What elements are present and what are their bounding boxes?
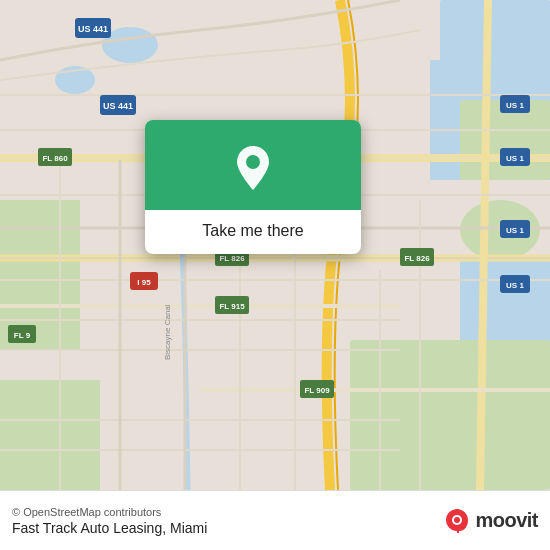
place-name-text: Fast Track Auto Leasing, Miami [12,520,443,536]
moovit-brand-text: moovit [475,509,538,532]
svg-text:US 1: US 1 [506,226,524,235]
attribution-text: © OpenStreetMap contributors [12,506,443,518]
svg-text:US 1: US 1 [506,101,524,110]
svg-point-67 [454,517,460,523]
take-me-there-button[interactable]: Take me there [186,210,319,254]
svg-text:FL 9: FL 9 [14,331,31,340]
svg-text:I 95: I 95 [137,278,151,287]
svg-point-65 [246,155,260,169]
svg-rect-10 [0,380,100,490]
location-pin-icon [227,142,279,194]
svg-text:US 441: US 441 [78,24,108,34]
svg-text:US 1: US 1 [506,281,524,290]
moovit-pin-icon [443,507,471,535]
svg-text:FL 909: FL 909 [304,386,330,395]
svg-text:FL 915: FL 915 [219,302,245,311]
place-info: © OpenStreetMap contributors Fast Track … [12,506,443,536]
svg-text:US 1: US 1 [506,154,524,163]
svg-text:Biscayne Canal: Biscayne Canal [163,304,172,360]
moovit-logo[interactable]: moovit [443,507,538,535]
popup-card: Take me there [145,120,361,254]
map-background: US 441 US 441 FL 860 FL 860 860 I 95 FL … [0,0,550,490]
svg-text:FL 860: FL 860 [42,154,68,163]
popup-header [145,120,361,210]
svg-text:US 441: US 441 [103,101,133,111]
svg-text:FL 826: FL 826 [219,254,245,263]
svg-text:FL 826: FL 826 [404,254,430,263]
bottom-bar: © OpenStreetMap contributors Fast Track … [0,490,550,550]
